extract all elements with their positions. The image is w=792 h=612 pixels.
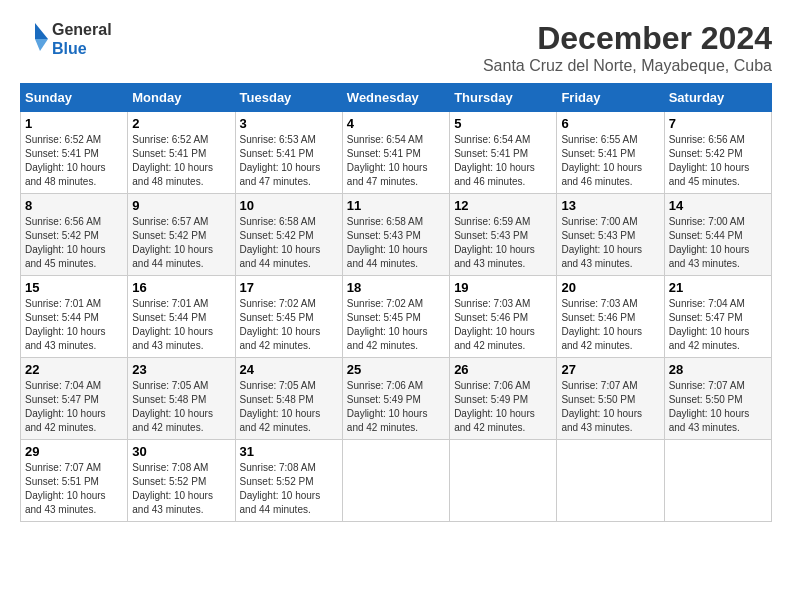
day-number: 31 bbox=[240, 444, 338, 459]
day-number: 9 bbox=[132, 198, 230, 213]
col-friday: Friday bbox=[557, 84, 664, 112]
day-info: Sunrise: 7:08 AM Sunset: 5:52 PM Dayligh… bbox=[240, 461, 338, 517]
logo-text-block: General Blue bbox=[52, 20, 112, 58]
table-row: 20 Sunrise: 7:03 AM Sunset: 5:46 PM Dayl… bbox=[557, 276, 664, 358]
day-info: Sunrise: 6:57 AM Sunset: 5:42 PM Dayligh… bbox=[132, 215, 230, 271]
day-info: Sunrise: 7:07 AM Sunset: 5:50 PM Dayligh… bbox=[669, 379, 767, 435]
day-info: Sunrise: 7:03 AM Sunset: 5:46 PM Dayligh… bbox=[561, 297, 659, 353]
table-row: 24 Sunrise: 7:05 AM Sunset: 5:48 PM Dayl… bbox=[235, 358, 342, 440]
table-row bbox=[450, 440, 557, 522]
day-number: 7 bbox=[669, 116, 767, 131]
day-info: Sunrise: 7:00 AM Sunset: 5:44 PM Dayligh… bbox=[669, 215, 767, 271]
logo-line1: General bbox=[52, 20, 112, 39]
day-number: 12 bbox=[454, 198, 552, 213]
page-header: General Blue December 2024 Santa Cruz de… bbox=[20, 20, 772, 75]
calendar-week-row: 8 Sunrise: 6:56 AM Sunset: 5:42 PM Dayli… bbox=[21, 194, 772, 276]
month-title: December 2024 bbox=[483, 20, 772, 57]
day-info: Sunrise: 7:04 AM Sunset: 5:47 PM Dayligh… bbox=[25, 379, 123, 435]
day-number: 3 bbox=[240, 116, 338, 131]
table-row: 7 Sunrise: 6:56 AM Sunset: 5:42 PM Dayli… bbox=[664, 112, 771, 194]
table-row: 22 Sunrise: 7:04 AM Sunset: 5:47 PM Dayl… bbox=[21, 358, 128, 440]
day-number: 28 bbox=[669, 362, 767, 377]
table-row: 26 Sunrise: 7:06 AM Sunset: 5:49 PM Dayl… bbox=[450, 358, 557, 440]
day-number: 4 bbox=[347, 116, 445, 131]
col-sunday: Sunday bbox=[21, 84, 128, 112]
table-row: 16 Sunrise: 7:01 AM Sunset: 5:44 PM Dayl… bbox=[128, 276, 235, 358]
day-number: 23 bbox=[132, 362, 230, 377]
col-tuesday: Tuesday bbox=[235, 84, 342, 112]
table-row: 1 Sunrise: 6:52 AM Sunset: 5:41 PM Dayli… bbox=[21, 112, 128, 194]
day-number: 11 bbox=[347, 198, 445, 213]
day-info: Sunrise: 6:58 AM Sunset: 5:42 PM Dayligh… bbox=[240, 215, 338, 271]
table-row: 17 Sunrise: 7:02 AM Sunset: 5:45 PM Dayl… bbox=[235, 276, 342, 358]
day-info: Sunrise: 7:01 AM Sunset: 5:44 PM Dayligh… bbox=[132, 297, 230, 353]
table-row: 30 Sunrise: 7:08 AM Sunset: 5:52 PM Dayl… bbox=[128, 440, 235, 522]
col-wednesday: Wednesday bbox=[342, 84, 449, 112]
day-number: 13 bbox=[561, 198, 659, 213]
table-row: 19 Sunrise: 7:03 AM Sunset: 5:46 PM Dayl… bbox=[450, 276, 557, 358]
day-info: Sunrise: 6:54 AM Sunset: 5:41 PM Dayligh… bbox=[347, 133, 445, 189]
table-row: 15 Sunrise: 7:01 AM Sunset: 5:44 PM Dayl… bbox=[21, 276, 128, 358]
day-info: Sunrise: 7:07 AM Sunset: 5:50 PM Dayligh… bbox=[561, 379, 659, 435]
day-info: Sunrise: 7:02 AM Sunset: 5:45 PM Dayligh… bbox=[347, 297, 445, 353]
table-row: 10 Sunrise: 6:58 AM Sunset: 5:42 PM Dayl… bbox=[235, 194, 342, 276]
day-number: 20 bbox=[561, 280, 659, 295]
day-number: 2 bbox=[132, 116, 230, 131]
col-monday: Monday bbox=[128, 84, 235, 112]
day-info: Sunrise: 7:00 AM Sunset: 5:43 PM Dayligh… bbox=[561, 215, 659, 271]
table-row: 11 Sunrise: 6:58 AM Sunset: 5:43 PM Dayl… bbox=[342, 194, 449, 276]
day-number: 1 bbox=[25, 116, 123, 131]
day-info: Sunrise: 7:08 AM Sunset: 5:52 PM Dayligh… bbox=[132, 461, 230, 517]
table-row: 8 Sunrise: 6:56 AM Sunset: 5:42 PM Dayli… bbox=[21, 194, 128, 276]
day-info: Sunrise: 6:54 AM Sunset: 5:41 PM Dayligh… bbox=[454, 133, 552, 189]
calendar-week-row: 15 Sunrise: 7:01 AM Sunset: 5:44 PM Dayl… bbox=[21, 276, 772, 358]
day-number: 6 bbox=[561, 116, 659, 131]
calendar-week-row: 29 Sunrise: 7:07 AM Sunset: 5:51 PM Dayl… bbox=[21, 440, 772, 522]
day-info: Sunrise: 6:58 AM Sunset: 5:43 PM Dayligh… bbox=[347, 215, 445, 271]
day-number: 18 bbox=[347, 280, 445, 295]
day-number: 14 bbox=[669, 198, 767, 213]
day-info: Sunrise: 6:59 AM Sunset: 5:43 PM Dayligh… bbox=[454, 215, 552, 271]
svg-marker-1 bbox=[35, 39, 48, 51]
day-number: 21 bbox=[669, 280, 767, 295]
table-row: 6 Sunrise: 6:55 AM Sunset: 5:41 PM Dayli… bbox=[557, 112, 664, 194]
day-number: 16 bbox=[132, 280, 230, 295]
table-row: 23 Sunrise: 7:05 AM Sunset: 5:48 PM Dayl… bbox=[128, 358, 235, 440]
table-row: 9 Sunrise: 6:57 AM Sunset: 5:42 PM Dayli… bbox=[128, 194, 235, 276]
day-info: Sunrise: 6:55 AM Sunset: 5:41 PM Dayligh… bbox=[561, 133, 659, 189]
day-number: 24 bbox=[240, 362, 338, 377]
svg-marker-0 bbox=[35, 23, 48, 39]
day-info: Sunrise: 7:06 AM Sunset: 5:49 PM Dayligh… bbox=[347, 379, 445, 435]
logo-line2: Blue bbox=[52, 39, 112, 58]
day-info: Sunrise: 6:56 AM Sunset: 5:42 PM Dayligh… bbox=[669, 133, 767, 189]
table-row: 25 Sunrise: 7:06 AM Sunset: 5:49 PM Dayl… bbox=[342, 358, 449, 440]
table-row: 4 Sunrise: 6:54 AM Sunset: 5:41 PM Dayli… bbox=[342, 112, 449, 194]
day-info: Sunrise: 6:56 AM Sunset: 5:42 PM Dayligh… bbox=[25, 215, 123, 271]
day-number: 8 bbox=[25, 198, 123, 213]
calendar-week-row: 1 Sunrise: 6:52 AM Sunset: 5:41 PM Dayli… bbox=[21, 112, 772, 194]
table-row: 18 Sunrise: 7:02 AM Sunset: 5:45 PM Dayl… bbox=[342, 276, 449, 358]
table-row: 5 Sunrise: 6:54 AM Sunset: 5:41 PM Dayli… bbox=[450, 112, 557, 194]
day-number: 27 bbox=[561, 362, 659, 377]
day-number: 29 bbox=[25, 444, 123, 459]
calendar-header-row: Sunday Monday Tuesday Wednesday Thursday… bbox=[21, 84, 772, 112]
day-info: Sunrise: 7:02 AM Sunset: 5:45 PM Dayligh… bbox=[240, 297, 338, 353]
table-row bbox=[664, 440, 771, 522]
location-title: Santa Cruz del Norte, Mayabeque, Cuba bbox=[483, 57, 772, 75]
table-row bbox=[342, 440, 449, 522]
day-info: Sunrise: 7:07 AM Sunset: 5:51 PM Dayligh… bbox=[25, 461, 123, 517]
col-thursday: Thursday bbox=[450, 84, 557, 112]
table-row: 21 Sunrise: 7:04 AM Sunset: 5:47 PM Dayl… bbox=[664, 276, 771, 358]
day-info: Sunrise: 6:53 AM Sunset: 5:41 PM Dayligh… bbox=[240, 133, 338, 189]
col-saturday: Saturday bbox=[664, 84, 771, 112]
table-row: 14 Sunrise: 7:00 AM Sunset: 5:44 PM Dayl… bbox=[664, 194, 771, 276]
table-row: 28 Sunrise: 7:07 AM Sunset: 5:50 PM Dayl… bbox=[664, 358, 771, 440]
day-number: 19 bbox=[454, 280, 552, 295]
table-row: 12 Sunrise: 6:59 AM Sunset: 5:43 PM Dayl… bbox=[450, 194, 557, 276]
table-row: 27 Sunrise: 7:07 AM Sunset: 5:50 PM Dayl… bbox=[557, 358, 664, 440]
calendar-week-row: 22 Sunrise: 7:04 AM Sunset: 5:47 PM Dayl… bbox=[21, 358, 772, 440]
day-info: Sunrise: 7:05 AM Sunset: 5:48 PM Dayligh… bbox=[132, 379, 230, 435]
logo: General Blue bbox=[20, 20, 112, 58]
day-number: 25 bbox=[347, 362, 445, 377]
day-info: Sunrise: 6:52 AM Sunset: 5:41 PM Dayligh… bbox=[25, 133, 123, 189]
